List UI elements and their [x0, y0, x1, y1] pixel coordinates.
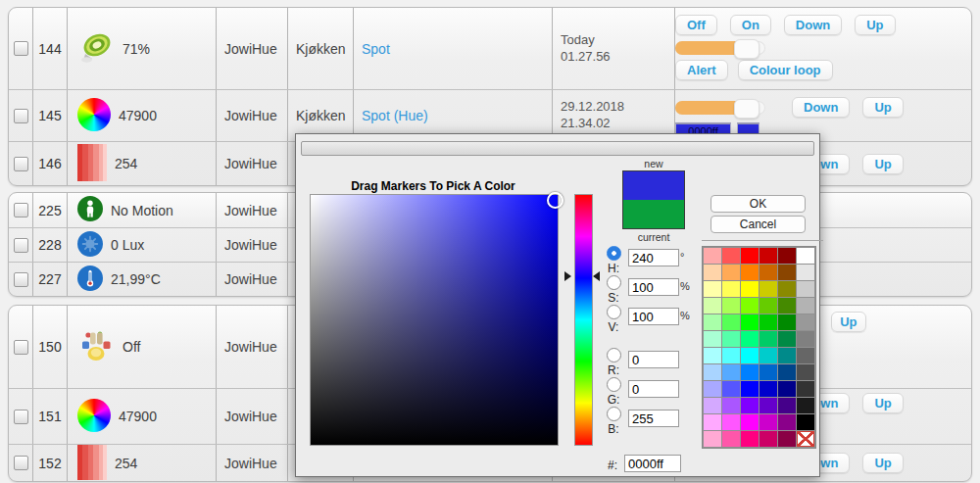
palette-color[interactable] — [741, 298, 759, 314]
palette-color[interactable] — [741, 265, 759, 280]
row-checkbox[interactable] — [14, 157, 28, 171]
field-radio[interactable] — [607, 377, 621, 392]
palette-color[interactable] — [760, 381, 777, 397]
palette-color[interactable] — [760, 414, 777, 430]
cancel-button[interactable]: Cancel — [710, 216, 806, 233]
hue-marker-right[interactable] — [593, 271, 600, 281]
palette-color[interactable] — [778, 431, 796, 447]
palette-color[interactable] — [704, 265, 721, 280]
palette-color[interactable] — [704, 398, 721, 413]
transparent-color-cell[interactable] — [797, 431, 814, 447]
field-radio[interactable] — [607, 305, 621, 319]
palette-color[interactable] — [704, 331, 721, 347]
down-button[interactable]: Down — [784, 15, 842, 35]
row-checkbox[interactable] — [14, 272, 28, 287]
palette-color[interactable] — [741, 381, 759, 397]
palette-color[interactable] — [797, 398, 814, 413]
palette-color[interactable] — [741, 248, 759, 264]
off-button[interactable]: Off — [675, 15, 717, 35]
palette-color[interactable] — [704, 281, 721, 297]
palette-color[interactable] — [760, 248, 777, 264]
palette-color[interactable] — [760, 281, 777, 297]
sv-marker[interactable] — [547, 192, 564, 209]
palette-color[interactable] — [778, 348, 796, 363]
ok-button[interactable]: OK — [710, 195, 806, 213]
field-input[interactable] — [628, 410, 679, 427]
palette-color[interactable] — [722, 348, 740, 363]
palette-color[interactable] — [760, 431, 777, 447]
palette-color[interactable] — [760, 314, 777, 330]
palette-color[interactable] — [797, 414, 814, 430]
colour-loop-button[interactable]: Colour loop — [738, 60, 833, 80]
palette-color[interactable] — [760, 364, 777, 380]
palette-color[interactable] — [741, 314, 759, 330]
field-radio[interactable] — [607, 407, 621, 421]
palette-color[interactable] — [760, 398, 777, 413]
up-button[interactable]: Up — [862, 97, 903, 118]
field-input[interactable] — [628, 249, 679, 266]
field-input[interactable] — [628, 351, 679, 368]
up-button[interactable]: Up — [831, 312, 865, 332]
palette-color[interactable] — [704, 314, 721, 330]
palette-color[interactable] — [722, 364, 740, 380]
slider-handle[interactable] — [734, 39, 760, 59]
palette-color[interactable] — [704, 348, 721, 363]
palette-color[interactable] — [778, 281, 796, 297]
palette-color[interactable] — [741, 331, 759, 347]
palette-color[interactable] — [722, 281, 740, 297]
row-checkbox[interactable] — [14, 238, 28, 253]
palette-color[interactable] — [722, 431, 740, 447]
palette-color[interactable] — [778, 398, 796, 413]
up-button[interactable]: Up — [862, 154, 903, 174]
field-radio[interactable] — [607, 246, 621, 261]
palette-color[interactable] — [760, 298, 777, 314]
palette-color[interactable] — [722, 331, 740, 347]
field-radio[interactable] — [607, 275, 621, 290]
palette-color[interactable] — [797, 381, 814, 397]
palette-color[interactable] — [797, 248, 814, 264]
palette-color[interactable] — [741, 364, 759, 380]
row-checkbox[interactable] — [14, 41, 28, 56]
palette-color[interactable] — [704, 414, 721, 430]
row-checkbox[interactable] — [14, 410, 28, 424]
hue-marker-left[interactable] — [564, 271, 571, 281]
palette-color[interactable] — [722, 314, 740, 330]
palette-color[interactable] — [722, 265, 740, 280]
palette-color[interactable] — [778, 298, 796, 314]
palette-color[interactable] — [797, 265, 814, 280]
palette-color[interactable] — [704, 298, 721, 314]
palette-color[interactable] — [741, 281, 759, 297]
palette-color[interactable] — [797, 331, 814, 347]
hex-input[interactable] — [624, 455, 681, 472]
up-button[interactable]: Up — [855, 15, 895, 35]
palette-color[interactable] — [704, 381, 721, 397]
palette-color[interactable] — [797, 281, 814, 297]
on-button[interactable]: On — [730, 15, 771, 35]
alert-button[interactable]: Alert — [675, 60, 728, 80]
field-input[interactable] — [628, 380, 679, 398]
palette-color[interactable] — [797, 298, 814, 314]
palette-color[interactable] — [741, 398, 759, 413]
up-button[interactable]: Up — [862, 453, 903, 473]
palette-color[interactable] — [741, 414, 759, 430]
dialog-titlebar[interactable] — [301, 141, 814, 156]
palette-color[interactable] — [722, 298, 740, 314]
row-checkbox[interactable] — [14, 456, 28, 470]
row-checkbox[interactable] — [14, 340, 28, 355]
palette-color[interactable] — [760, 331, 777, 347]
palette-color[interactable] — [722, 414, 740, 430]
palette-color[interactable] — [704, 431, 721, 447]
palette-color[interactable] — [722, 398, 740, 413]
palette-color[interactable] — [722, 248, 740, 264]
palette-color[interactable] — [778, 414, 796, 430]
palette-color[interactable] — [741, 348, 759, 363]
palette-color[interactable] — [778, 331, 796, 347]
hue-strip[interactable] — [574, 194, 593, 446]
device-link[interactable]: Spot (Hue) — [362, 108, 428, 123]
palette-color[interactable] — [778, 248, 796, 264]
palette-color[interactable] — [797, 314, 814, 330]
field-input[interactable] — [628, 278, 679, 296]
palette-color[interactable] — [778, 381, 796, 397]
palette-color[interactable] — [760, 265, 777, 280]
palette-color[interactable] — [741, 431, 759, 447]
